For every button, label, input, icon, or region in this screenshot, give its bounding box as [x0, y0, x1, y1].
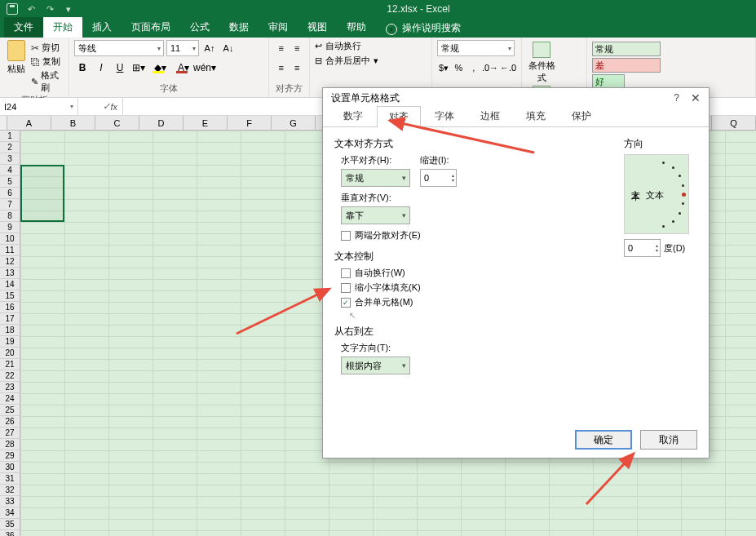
redo-icon[interactable]: ↷: [42, 2, 57, 16]
increase-decimal-button[interactable]: .0→: [482, 60, 498, 76]
merge-center-button[interactable]: ⊟合并后居中▾: [315, 55, 427, 67]
col-header-D[interactable]: D: [139, 116, 183, 131]
underline-button[interactable]: U: [112, 60, 128, 76]
accounting-button[interactable]: $▾: [437, 60, 450, 76]
paste-button[interactable]: 粘贴: [5, 40, 29, 75]
row-header-25[interactable]: 25: [0, 405, 20, 416]
style-bad[interactable]: 差: [592, 58, 661, 73]
justify-checkbox[interactable]: [341, 231, 351, 241]
cancel-button[interactable]: 取消: [640, 430, 697, 450]
row-header-21[interactable]: 21: [0, 359, 20, 370]
font-color-button[interactable]: A▾: [173, 60, 194, 76]
row-header-9[interactable]: 9: [0, 222, 20, 233]
cut-button[interactable]: ✂剪切: [31, 42, 64, 54]
qat-dropdown-icon[interactable]: ▾: [61, 2, 76, 16]
row-header-4[interactable]: 4: [0, 165, 20, 176]
col-header-C[interactable]: C: [95, 116, 139, 131]
dialog-help-button[interactable]: ?: [674, 92, 679, 104]
tab-help[interactable]: 帮助: [337, 17, 376, 38]
copy-button[interactable]: ⿻复制: [31, 55, 64, 68]
fill-color-button[interactable]: ◆▾: [149, 60, 170, 76]
align-left-button[interactable]: ≡: [274, 60, 289, 76]
save-icon[interactable]: [5, 2, 20, 16]
undo-icon[interactable]: ↶: [24, 2, 38, 16]
row-header-1[interactable]: 1: [0, 131, 20, 142]
tab-number[interactable]: 数字: [331, 105, 375, 126]
orientation-diagram[interactable]: 文本 文本: [624, 154, 689, 234]
row-header-33[interactable]: 33: [0, 496, 20, 507]
ok-button[interactable]: 确定: [575, 430, 632, 450]
row-header-36[interactable]: 36: [0, 530, 20, 536]
italic-button[interactable]: I: [93, 60, 109, 76]
select-all-corner[interactable]: [0, 116, 7, 131]
row-header-23[interactable]: 23: [0, 382, 20, 393]
tab-font-dlg[interactable]: 字体: [422, 105, 466, 126]
row-header-15[interactable]: 15: [0, 290, 20, 302]
row-header-20[interactable]: 20: [0, 348, 20, 359]
text-dir-select[interactable]: 根据内容: [341, 357, 410, 374]
tab-home[interactable]: 开始: [43, 17, 82, 38]
row-header-26[interactable]: 26: [0, 416, 20, 427]
tell-me-input[interactable]: 操作说明搜索: [402, 21, 461, 38]
merge-checkbox[interactable]: [341, 298, 351, 308]
row-header-2[interactable]: 2: [0, 142, 20, 153]
fx-label[interactable]: ✓ fx: [78, 98, 123, 115]
format-painter-button[interactable]: ✎格式刷: [31, 69, 64, 94]
row-header-11[interactable]: 11: [0, 245, 20, 256]
row-header-10[interactable]: 10: [0, 233, 20, 245]
h-align-select[interactable]: 常规: [341, 169, 410, 187]
row-header-18[interactable]: 18: [0, 325, 20, 336]
row-header-13[interactable]: 13: [0, 268, 20, 279]
font-name-select[interactable]: 等线: [74, 40, 164, 56]
border-button[interactable]: ⊞▾: [130, 60, 147, 76]
col-header-B[interactable]: B: [51, 116, 95, 131]
row-header-29[interactable]: 29: [0, 450, 20, 462]
row-header-17[interactable]: 17: [0, 313, 20, 325]
tab-layout[interactable]: 页面布局: [122, 17, 180, 38]
tab-review[interactable]: 审阅: [259, 17, 298, 38]
wrap-text-button[interactable]: ↩自动换行: [315, 40, 427, 52]
row-header-31[interactable]: 31: [0, 473, 20, 485]
increase-font-button[interactable]: A↑: [201, 40, 218, 56]
font-size-select[interactable]: 11: [166, 40, 199, 56]
row-header-3[interactable]: 3: [0, 153, 20, 165]
tab-border[interactable]: 边框: [468, 105, 512, 126]
tab-insert[interactable]: 插入: [82, 17, 122, 38]
col-header-E[interactable]: E: [183, 116, 228, 131]
number-format-select[interactable]: 常规: [437, 40, 515, 56]
align-center-button[interactable]: ≡: [290, 60, 305, 76]
v-align-select[interactable]: 靠下: [341, 206, 410, 224]
align-top-button[interactable]: ≡: [274, 40, 289, 56]
col-header-F[interactable]: F: [228, 116, 272, 131]
row-header-19[interactable]: 19: [0, 336, 20, 348]
row-header-35[interactable]: 35: [0, 519, 20, 530]
phonetic-button[interactable]: wén▾: [197, 60, 213, 76]
row-header-30[interactable]: 30: [0, 462, 20, 473]
row-header-32[interactable]: 32: [0, 485, 20, 496]
align-middle-button[interactable]: ≡: [290, 40, 305, 56]
tab-view[interactable]: 视图: [298, 17, 337, 38]
tab-protect[interactable]: 保护: [559, 105, 603, 126]
tab-align[interactable]: 对齐: [377, 106, 421, 127]
col-header-Q[interactable]: Q: [712, 116, 756, 131]
row-header-16[interactable]: 16: [0, 302, 20, 313]
col-header-G[interactable]: G: [272, 116, 316, 131]
decrease-font-button[interactable]: A↓: [220, 40, 237, 56]
row-header-22[interactable]: 22: [0, 370, 20, 382]
tab-file[interactable]: 文件: [4, 17, 43, 38]
percent-button[interactable]: %: [452, 60, 465, 76]
degree-spinner[interactable]: 0: [624, 239, 661, 257]
row-header-5[interactable]: 5: [0, 176, 20, 188]
row-header-12[interactable]: 12: [0, 256, 20, 268]
comma-button[interactable]: ,: [467, 60, 480, 76]
close-icon[interactable]: ✕: [691, 91, 701, 104]
tab-formula[interactable]: 公式: [180, 17, 219, 38]
tab-fill[interactable]: 填充: [514, 105, 558, 126]
row-header-34[interactable]: 34: [0, 507, 20, 519]
row-header-24[interactable]: 24: [0, 393, 20, 405]
style-normal[interactable]: 常规: [592, 42, 661, 56]
decrease-decimal-button[interactable]: ←.0: [500, 60, 516, 76]
row-header-6[interactable]: 6: [0, 188, 20, 199]
col-header-A[interactable]: A: [7, 116, 51, 131]
row-header-14[interactable]: 14: [0, 279, 20, 290]
